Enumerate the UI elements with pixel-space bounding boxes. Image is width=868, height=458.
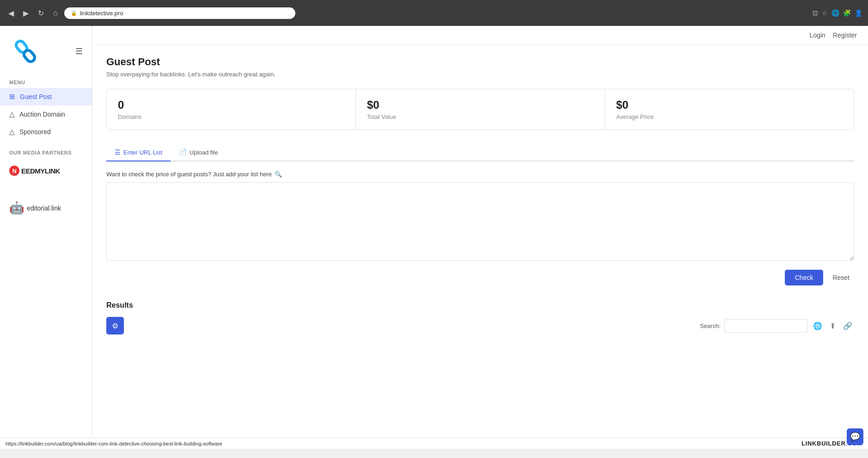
actions-row: Check Reset xyxy=(106,270,854,285)
url-input-label: Want to check the price of guest posts? … xyxy=(106,171,854,178)
chat-icon: 💬 xyxy=(850,432,860,442)
editorial-logo: 🤖 editorial.link xyxy=(0,195,92,221)
download-icon[interactable]: ⬆ xyxy=(828,320,837,332)
stat-card-average-price: $0 Average Price xyxy=(605,89,854,130)
sidebar-item-label: Auction Domain xyxy=(19,111,65,118)
stat-card-total-value: $0 Total Value xyxy=(356,89,605,130)
tabs-row: ☰ Enter URL List 📄 Upload file xyxy=(106,144,854,161)
browser-right-icons: ⊡ ☆ 🌐 🧩 👤 xyxy=(813,9,862,17)
page-title: Guest Post xyxy=(106,56,854,68)
bottom-url: https://linkbuilder.com/ua/blog/linkbuil… xyxy=(6,441,222,446)
globe-icon[interactable]: 🌐 xyxy=(831,9,839,17)
editorial-text: editorial.link xyxy=(27,204,61,212)
tab-upload-file[interactable]: 📄 Upload file xyxy=(171,144,226,161)
globe-search-icon[interactable]: 🌐 xyxy=(811,320,824,332)
list-icon: ☰ xyxy=(115,149,121,156)
triangle-icon-sponsored: △ xyxy=(9,128,15,136)
results-toolbar: ⚙ Search: 🌐 ⬆ 🔗 xyxy=(106,317,854,334)
stat-label-domains: Domains xyxy=(118,113,344,120)
hamburger-icon[interactable]: ☰ xyxy=(75,46,83,56)
address-text: linkdetective.pro xyxy=(80,10,123,17)
needmylink-n-icon: N xyxy=(9,166,19,176)
home-icon: ⊞ xyxy=(9,93,15,101)
main-content: Login Register Guest Post Stop overpayin… xyxy=(92,26,868,438)
menu-label: MENU xyxy=(0,72,92,88)
brand-text-black: LINKBUILDER xyxy=(801,440,845,447)
stat-value-domains: 0 xyxy=(118,99,344,111)
page-content: Guest Post Stop overpaying for backlinks… xyxy=(92,45,868,351)
sidebar-item-sponsored[interactable]: △ Sponsored xyxy=(0,123,92,141)
stat-label-avg: Average Price xyxy=(616,113,843,120)
forward-button[interactable]: ▶ xyxy=(20,7,31,19)
reload-button[interactable]: ↻ xyxy=(35,7,47,19)
triangle-icon-auction: △ xyxy=(9,110,15,118)
check-button[interactable]: Check xyxy=(785,270,824,285)
filter-button[interactable]: ⚙ xyxy=(106,317,124,334)
stat-value-avg: $0 xyxy=(616,99,843,111)
needmylink-text: EEDMYLINK xyxy=(21,167,60,175)
stat-value-total: $0 xyxy=(367,99,593,111)
sidebar: ☰ MENU ⊞ Guest Post △ Auction Domain △ S… xyxy=(0,26,92,438)
tab-enter-url[interactable]: ☰ Enter URL List xyxy=(106,144,171,161)
url-prompt-text: Want to check the price of guest posts? … xyxy=(106,171,272,178)
sidebar-item-auction-domain[interactable]: △ Auction Domain xyxy=(0,105,92,123)
filter-icon: ⚙ xyxy=(112,322,118,330)
back-button[interactable]: ◀ xyxy=(6,7,17,19)
sidebar-item-label: Guest Post xyxy=(20,93,52,100)
sidebar-logo-area: ☰ xyxy=(0,26,92,72)
translate-icon[interactable]: ⊡ xyxy=(813,9,818,17)
results-section: Results ⚙ Search: 🌐 ⬆ 🔗 xyxy=(106,297,854,334)
header-bar: Login Register xyxy=(92,26,868,45)
home-button[interactable]: ⌂ xyxy=(50,7,61,19)
search-emoji: 🔍 xyxy=(275,171,282,178)
tab-enter-url-label: Enter URL List xyxy=(123,149,162,156)
robot-icon: 🤖 xyxy=(9,201,24,215)
reset-button[interactable]: Reset xyxy=(828,270,854,285)
address-bar[interactable]: 🔒 linkdetective.pro xyxy=(64,7,295,19)
stat-card-domains: 0 Domains xyxy=(107,89,356,130)
sidebar-item-label: Sponsored xyxy=(19,128,51,136)
file-icon: 📄 xyxy=(179,149,187,156)
stat-label-total: Total Value xyxy=(367,113,593,120)
url-textarea[interactable] xyxy=(106,182,854,261)
search-input[interactable] xyxy=(724,319,807,333)
bookmark-icon[interactable]: ☆ xyxy=(822,9,828,17)
browser-chrome: ◀ ▶ ↻ ⌂ 🔒 linkdetective.pro ⊡ ☆ 🌐 🧩 👤 xyxy=(0,0,868,26)
profile-icon[interactable]: 👤 xyxy=(855,9,862,17)
sidebar-item-guest-post[interactable]: ⊞ Guest Post xyxy=(0,88,92,105)
lock-icon: 🔒 xyxy=(71,10,77,16)
search-row: Search: 🌐 ⬆ 🔗 xyxy=(700,319,854,333)
bottom-bar: https://linkbuilder.com/ua/blog/linkbuil… xyxy=(0,438,868,449)
tab-upload-file-label: Upload file xyxy=(189,149,218,156)
results-title: Results xyxy=(106,301,854,309)
register-link[interactable]: Register xyxy=(833,31,857,39)
extensions-icon[interactable]: 🧩 xyxy=(843,9,851,17)
needmylink-logo: N EEDMYLINK xyxy=(0,160,92,181)
svg-rect-1 xyxy=(22,49,36,63)
login-link[interactable]: Login xyxy=(810,31,825,39)
chat-button[interactable]: 💬 xyxy=(847,428,863,445)
media-partners-label: OUR MEDIA PARTNERS xyxy=(0,141,92,160)
app-layout: ☰ MENU ⊞ Guest Post △ Auction Domain △ S… xyxy=(0,26,868,438)
search-label: Search: xyxy=(700,322,721,329)
app-logo xyxy=(9,35,42,68)
page-subtitle: Stop overpaying for backlinks. Let's mak… xyxy=(106,71,854,78)
link-icon[interactable]: 🔗 xyxy=(841,320,854,332)
stats-row: 0 Domains $0 Total Value $0 Average Pric… xyxy=(106,89,854,130)
